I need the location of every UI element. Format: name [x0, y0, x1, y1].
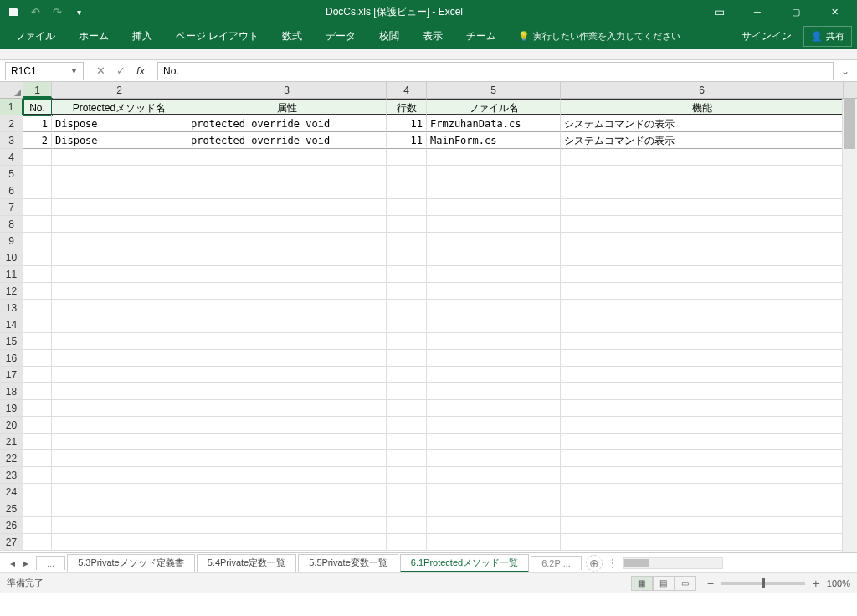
cell[interactable] — [387, 367, 427, 383]
cell[interactable] — [561, 467, 844, 484]
header-cell[interactable]: Protectedメソッド名 — [52, 99, 187, 116]
row-header[interactable]: 2 — [0, 116, 23, 132]
cell[interactable] — [23, 534, 52, 551]
cell[interactable] — [427, 316, 561, 333]
row-header[interactable]: 16 — [0, 350, 23, 367]
view-normal-icon[interactable]: ▦ — [631, 576, 653, 591]
cell[interactable] — [427, 534, 561, 551]
tab-review[interactable]: 校閲 — [369, 24, 409, 49]
cell[interactable] — [23, 434, 52, 450]
cell[interactable] — [387, 300, 427, 316]
row-header[interactable]: 6 — [0, 182, 23, 199]
cell[interactable] — [187, 517, 387, 534]
cell[interactable] — [23, 333, 52, 350]
cell[interactable] — [52, 367, 187, 383]
sheet-tab[interactable]: 5.4Private定数一覧 — [197, 554, 297, 572]
vertical-scrollbar[interactable] — [842, 99, 857, 552]
tab-view[interactable]: 表示 — [413, 24, 453, 49]
cell[interactable] — [387, 149, 427, 166]
cell[interactable] — [52, 149, 187, 166]
cell[interactable] — [52, 350, 187, 367]
cell[interactable] — [427, 182, 561, 199]
cell[interactable] — [561, 517, 844, 534]
cell[interactable] — [427, 501, 561, 517]
cell[interactable] — [387, 249, 427, 266]
cell[interactable] — [23, 417, 52, 434]
cell[interactable] — [23, 467, 52, 484]
cell[interactable] — [387, 450, 427, 467]
cell[interactable] — [23, 316, 52, 333]
cell[interactable] — [561, 216, 844, 233]
cell[interactable] — [561, 534, 844, 551]
cell[interactable] — [561, 383, 844, 400]
cell[interactable] — [561, 350, 844, 367]
cell[interactable] — [387, 417, 427, 434]
cell[interactable] — [52, 182, 187, 199]
cell[interactable] — [561, 249, 844, 266]
select-all-corner[interactable] — [0, 82, 23, 98]
row-header[interactable]: 20 — [0, 417, 23, 434]
cell[interactable] — [23, 216, 52, 233]
cell[interactable]: Dispose — [52, 116, 187, 132]
column-header[interactable]: 1 — [23, 82, 52, 98]
cell[interactable] — [23, 233, 52, 249]
cell[interactable] — [52, 316, 187, 333]
cell[interactable] — [187, 300, 387, 316]
cell[interactable] — [52, 233, 187, 249]
cell[interactable] — [427, 283, 561, 300]
cell[interactable]: FrmzuhanData.cs — [427, 116, 561, 132]
cell[interactable] — [187, 350, 387, 367]
cell[interactable] — [52, 166, 187, 182]
save-icon[interactable] — [3, 2, 23, 22]
view-page-break-icon[interactable]: ▭ — [675, 576, 696, 591]
formula-input[interactable]: No. — [157, 62, 834, 80]
row-header[interactable]: 5 — [0, 166, 23, 182]
row-header[interactable]: 23 — [0, 467, 23, 484]
cell[interactable] — [187, 333, 387, 350]
cell[interactable] — [561, 199, 844, 216]
header-cell[interactable]: No. — [23, 99, 52, 116]
cell[interactable] — [187, 249, 387, 266]
cell[interactable] — [427, 417, 561, 434]
cell[interactable] — [187, 199, 387, 216]
cell[interactable] — [52, 383, 187, 400]
cell[interactable] — [387, 266, 427, 283]
cell[interactable] — [23, 400, 52, 417]
column-header[interactable]: 2 — [52, 82, 187, 98]
row-header[interactable]: 12 — [0, 283, 23, 300]
cell[interactable] — [387, 333, 427, 350]
view-page-layout-icon[interactable]: ▤ — [653, 576, 675, 591]
cell[interactable] — [52, 283, 187, 300]
row-header[interactable]: 4 — [0, 149, 23, 166]
cell[interactable] — [52, 249, 187, 266]
cell[interactable] — [427, 216, 561, 233]
header-cell[interactable]: 属性 — [187, 99, 387, 116]
cell[interactable] — [52, 501, 187, 517]
cell[interactable] — [187, 149, 387, 166]
cell[interactable] — [52, 199, 187, 216]
cell[interactable] — [387, 182, 427, 199]
cell[interactable] — [427, 467, 561, 484]
cell[interactable] — [23, 484, 52, 501]
sheet-tab-ellipsis[interactable]: ... — [36, 556, 65, 570]
cell[interactable] — [52, 216, 187, 233]
cell[interactable] — [427, 233, 561, 249]
cell[interactable] — [561, 182, 844, 199]
row-header[interactable]: 22 — [0, 450, 23, 467]
tab-page-layout[interactable]: ページ レイアウト — [166, 24, 269, 49]
row-header[interactable]: 17 — [0, 367, 23, 383]
cell[interactable] — [52, 434, 187, 450]
cell[interactable] — [52, 450, 187, 467]
row-header[interactable]: 8 — [0, 216, 23, 233]
cell[interactable] — [561, 300, 844, 316]
cell[interactable] — [561, 367, 844, 383]
column-header[interactable]: 3 — [187, 82, 387, 98]
cell[interactable] — [561, 333, 844, 350]
cell[interactable] — [561, 484, 844, 501]
sheet-nav-next-icon[interactable]: ▸ — [20, 557, 32, 569]
cell[interactable]: システムコマンドの表示 — [561, 116, 844, 132]
cell[interactable] — [23, 383, 52, 400]
sheet-tab[interactable]: 6.1Protectedメソッド一覧 — [400, 554, 529, 572]
cell[interactable] — [23, 166, 52, 182]
sheet-tab-truncated[interactable]: 6.2P ... — [531, 556, 582, 570]
